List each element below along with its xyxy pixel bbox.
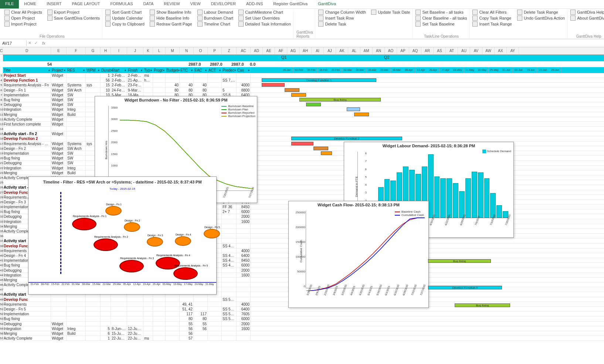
gantt-bar[interactable] bbox=[347, 107, 360, 111]
gantt-bar[interactable] bbox=[354, 113, 369, 116]
ribbon-labour-demand[interactable]: Labour Demand bbox=[197, 10, 234, 15]
col-header-AG[interactable]: AG bbox=[287, 47, 299, 54]
ribbon-save-ganttdiva-contents[interactable]: Save GanttDiva Contents bbox=[47, 16, 100, 21]
task-row[interactable]: 8Bug fixingWidgetSWFF 138450Bug fixing bbox=[0, 97, 604, 102]
gantt-bar[interactable]: Develop Function 1 bbox=[262, 78, 376, 82]
col-header-J[interactable]: J bbox=[127, 47, 143, 54]
timeline-node[interactable]: Design - Fn 4 bbox=[175, 236, 191, 246]
filter-icon[interactable]: ▾ bbox=[125, 69, 126, 72]
col-header-D[interactable]: D bbox=[3, 47, 51, 54]
task-header-progr[interactable]: Progr▾ bbox=[153, 67, 166, 73]
col-header-I[interactable]: I bbox=[111, 47, 127, 54]
task-header-typ[interactable]: Typ▾ bbox=[143, 67, 153, 73]
timeline-node[interactable]: Design - Fn 3 bbox=[147, 237, 163, 247]
task-row[interactable]: 3Project StartWidget12-Feb-152-Feb-15ms bbox=[0, 73, 604, 78]
col-header-AQ[interactable]: AQ bbox=[409, 47, 421, 54]
task-header-eac[interactable]: EAC▾ bbox=[194, 67, 208, 73]
gantt-bar[interactable] bbox=[306, 103, 321, 106]
filter-icon[interactable]: ▾ bbox=[234, 69, 236, 72]
ribbon-update-calendar[interactable]: Update Calendar bbox=[105, 16, 145, 21]
tab-ganttdiva[interactable]: GanttDiva bbox=[313, 0, 341, 8]
col-header-AF[interactable]: AF bbox=[275, 47, 287, 54]
gantt-bar[interactable]: Bug fixing bbox=[428, 259, 491, 263]
file-tab[interactable]: FILE bbox=[0, 0, 19, 8]
filter-icon[interactable]: ▾ bbox=[163, 69, 164, 72]
filter-icon[interactable]: ▾ bbox=[64, 69, 65, 72]
task-row[interactable]: 7ImplementationWidgetSW105-Mar-1518-Mar-… bbox=[0, 93, 604, 97]
ribbon-undo-ganttdiva-action[interactable]: Undo GanttDiva Action bbox=[517, 16, 565, 21]
ribbon-cashmilestone-chart[interactable]: CashMilestone Chart bbox=[238, 10, 291, 15]
ribbon-set-baseline-all-tasks[interactable]: Set Baseline - all tasks bbox=[415, 10, 467, 15]
ribbon-copy-to-clipboard[interactable]: Copy to Clipboard bbox=[105, 21, 145, 27]
timeline-node[interactable]: Design - Fn 2 bbox=[124, 222, 140, 232]
tab-insert[interactable]: INSERT bbox=[41, 0, 67, 8]
name-box[interactable]: AV17 bbox=[0, 40, 27, 46]
gantt-bar[interactable] bbox=[291, 142, 313, 145]
task-row[interactable]: 55IntegrationWidgetInteg58-Jun-1512-Jun-… bbox=[0, 326, 604, 331]
ribbon-redraw-gantt-page[interactable]: Redraw Gantt Page bbox=[150, 21, 192, 27]
col-header-AO[interactable]: AO bbox=[385, 47, 397, 54]
tab-home[interactable]: HOME bbox=[19, 0, 41, 8]
ribbon-timeline-chart[interactable]: Timeline Chart bbox=[197, 21, 234, 27]
task-header-project[interactable]: Project▾ bbox=[51, 67, 67, 73]
ribbon-copy-task-range[interactable]: Copy Task Range bbox=[472, 16, 512, 21]
task-row[interactable]: 14 bbox=[0, 127, 604, 131]
ribbon-import-project[interactable]: Import Project bbox=[4, 21, 42, 27]
ribbon-change-column-width[interactable]: Change Column Width bbox=[318, 10, 366, 15]
enter-icon[interactable]: ✓ bbox=[33, 41, 39, 45]
ribbon-show-baseline-info[interactable]: Show Baseline Info bbox=[150, 10, 192, 15]
tab-view[interactable]: VIEW bbox=[185, 0, 206, 8]
cancel-icon[interactable]: ✕ bbox=[27, 41, 33, 45]
col-header-F[interactable]: F bbox=[67, 47, 86, 54]
timeline-chart[interactable]: Timeline - Filter - RES =SW Arch or =Sys… bbox=[28, 176, 217, 295]
ribbon-export-project[interactable]: Export Project bbox=[47, 10, 100, 15]
ribbon-clear-all-projects[interactable]: Clear All Projects bbox=[4, 10, 42, 15]
col-header-C[interactable]: C bbox=[0, 47, 3, 54]
col-header-Z[interactable]: Z bbox=[222, 47, 237, 54]
task-header-title[interactable]: Title▾ bbox=[3, 67, 51, 73]
ribbon-detailed-task-information[interactable]: Detailed Task Information bbox=[238, 21, 291, 27]
col-header-L[interactable]: L bbox=[153, 47, 166, 54]
gantt-bar[interactable]: Bug fixing bbox=[455, 303, 510, 307]
filter-icon[interactable]: ▾ bbox=[219, 69, 221, 72]
col-header-AT[interactable]: AT bbox=[446, 47, 458, 54]
filter-icon[interactable]: ▾ bbox=[205, 69, 207, 72]
gantt-bar[interactable]: Develop Function 2 bbox=[291, 137, 402, 140]
timeline-node[interactable]: Requirements Analysis - Fn 2 bbox=[94, 238, 118, 251]
col-header-H[interactable]: H bbox=[101, 47, 111, 54]
col-header-AI[interactable]: AI bbox=[312, 47, 324, 54]
tab-review[interactable]: REVIEW bbox=[159, 0, 185, 8]
ribbon-insert-task-range[interactable]: Insert Task Range bbox=[472, 21, 512, 27]
col-header-AV[interactable]: AV bbox=[470, 47, 482, 54]
task-row[interactable]: 15Activity start - Fn 2Widget bbox=[0, 131, 604, 136]
task-row[interactable]: 13First function completeWidget bbox=[0, 122, 604, 127]
col-header-AH[interactable]: AH bbox=[299, 47, 312, 54]
task-row[interactable]: 6Design - Fn 1WidgetSW Arch1024-Feb-159-… bbox=[0, 88, 604, 93]
gantt-bar[interactable] bbox=[291, 93, 306, 97]
ribbon-hide-baseline-info[interactable]: Hide Baseline Info bbox=[150, 16, 192, 21]
col-header-AR[interactable]: AR bbox=[421, 47, 434, 54]
task-row[interactable]: 57Activity CompleteWidget122-Jun-1522-Ju… bbox=[0, 336, 604, 341]
formula-input[interactable] bbox=[48, 40, 604, 47]
col-header-AW[interactable]: AW bbox=[482, 47, 495, 54]
tab-pagelayout[interactable]: PAGE LAYOUT bbox=[67, 0, 105, 8]
col-header-AU[interactable]: AU bbox=[458, 47, 470, 54]
task-row[interactable]: 54DebuggingWidget55552000 bbox=[0, 322, 604, 326]
col-header-AN[interactable]: AN bbox=[373, 47, 385, 54]
col-header-AE[interactable]: AE bbox=[263, 47, 275, 54]
ribbon-delete-task-range[interactable]: Delete Task Range bbox=[517, 10, 565, 15]
task-row[interactable]: 4Develop Function 1562-Feb-1521-Apr-15ha… bbox=[0, 78, 604, 83]
timeline-node[interactable]: Requirements Analysis - Fn 4 bbox=[156, 257, 180, 269]
col-header-AK[interactable]: AK bbox=[336, 47, 348, 54]
col-header-AM[interactable]: AM bbox=[360, 47, 373, 54]
ribbon-set-task-baseline[interactable]: Set Task Baseline bbox=[415, 21, 467, 27]
ribbon-ganttdiva-help[interactable]: GanttDiva Help bbox=[570, 10, 604, 15]
filter-icon[interactable]: ▾ bbox=[98, 69, 99, 72]
col-header-AD[interactable]: AD bbox=[251, 47, 263, 54]
task-header-etc[interactable]: ETC▾ bbox=[180, 67, 194, 73]
filter-icon[interactable]: ▾ bbox=[83, 69, 85, 72]
ribbon-delete-task[interactable]: Delete Task bbox=[318, 21, 366, 27]
ribbon-burndown-chart[interactable]: Burndown Chart bbox=[197, 16, 234, 21]
timeline-node[interactable]: Requirements Analysis - Fn 1 bbox=[72, 218, 96, 230]
filter-icon[interactable]: ▾ bbox=[248, 69, 250, 72]
